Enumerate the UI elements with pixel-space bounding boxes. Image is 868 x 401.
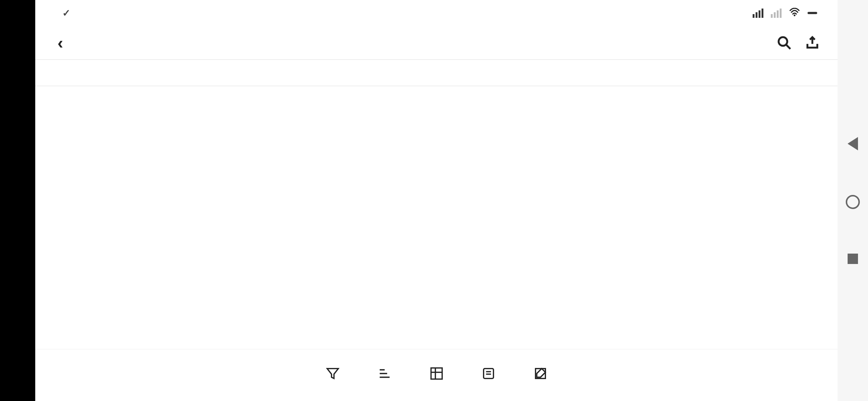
svg-rect-3 (431, 368, 442, 379)
nav-recent-icon[interactable] (848, 254, 858, 264)
android-navbar (838, 0, 868, 401)
nav-home-icon[interactable] (846, 195, 860, 209)
edit-button[interactable] (533, 366, 548, 385)
freeze-panes-button[interactable] (429, 366, 444, 385)
sheet-tabs (35, 59, 838, 86)
signal-icon (753, 9, 763, 18)
spreadsheet-grid[interactable] (35, 86, 838, 349)
wifi-icon (789, 7, 800, 19)
sort-button[interactable] (377, 366, 392, 385)
back-button[interactable]: ‹ (50, 33, 70, 53)
svg-line-2 (786, 45, 790, 49)
signal-icon-sim2 (771, 9, 782, 18)
share-button[interactable] (802, 32, 823, 53)
filter-button[interactable] (325, 366, 340, 385)
bottom-toolbar (35, 349, 838, 401)
nav-back-icon[interactable] (848, 137, 858, 150)
title-bar: ‹ (35, 26, 838, 59)
status-bar: ✓ (35, 0, 838, 26)
pocket-cards-button[interactable] (481, 366, 496, 385)
svg-point-0 (794, 14, 796, 16)
battery-badge (808, 12, 817, 14)
search-button[interactable] (774, 32, 795, 53)
check-icon: ✓ (62, 7, 70, 19)
svg-point-1 (779, 37, 787, 46)
